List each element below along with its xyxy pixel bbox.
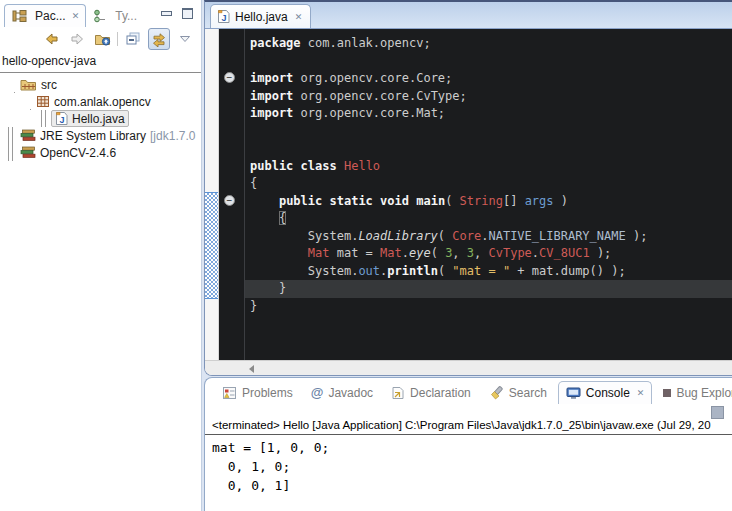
editor-horizontal-scrollbar[interactable] bbox=[205, 360, 732, 375]
console-output-line: mat = [1, 0, 0; bbox=[212, 438, 732, 457]
svg-text:J: J bbox=[59, 115, 64, 125]
code-line[interactable]: System.out.println( "mat = " + mat.dump(… bbox=[245, 263, 732, 281]
code-line[interactable]: Mat mat = Mat.eye( 3, 3, CvType.CV_8UC1 … bbox=[245, 245, 732, 263]
source-folder-icon bbox=[20, 78, 37, 91]
tab-package-explorer[interactable]: Pac... ✕ bbox=[4, 4, 86, 27]
console-output[interactable]: mat = [1, 0, 0; 0, 1, 0; 0, 0, 1] bbox=[205, 435, 732, 495]
expanded-arrow-icon[interactable] bbox=[24, 95, 34, 109]
fold-collapse-icon[interactable]: − bbox=[224, 195, 235, 206]
go-into-button[interactable] bbox=[92, 29, 112, 49]
console-toolbar-icon[interactable] bbox=[711, 406, 724, 419]
folder-up-icon bbox=[94, 31, 111, 47]
tab-search[interactable]: Search bbox=[482, 382, 554, 404]
collapse-all-button[interactable] bbox=[123, 29, 143, 49]
tab-label: Pac... bbox=[35, 9, 66, 23]
console-process-header: <terminated> Hello [Java Application] C:… bbox=[205, 419, 732, 435]
tree-item-package[interactable]: com.anlak.opencv bbox=[0, 93, 201, 110]
view-tabbar: Pac... ✕ Ty... bbox=[0, 0, 201, 27]
project-root-label[interactable]: hello-opencv-java bbox=[0, 51, 201, 71]
tab-javadoc[interactable]: @ Javadoc bbox=[304, 381, 380, 404]
forward-arrow-icon bbox=[69, 31, 85, 47]
tree-item-label: src bbox=[41, 78, 57, 92]
code-line[interactable]: package com.anlak.opencv; bbox=[245, 35, 732, 53]
code-line[interactable]: } bbox=[245, 298, 732, 316]
package-explorer-icon bbox=[12, 9, 27, 23]
minimize-icon[interactable] bbox=[161, 11, 172, 16]
code-line[interactable]: import org.opencv.core.Mat; bbox=[245, 105, 732, 123]
tab-label: Declaration bbox=[410, 386, 471, 400]
folding-ruler[interactable]: − − bbox=[219, 29, 245, 360]
package-icon bbox=[36, 95, 50, 108]
java-file-icon: J bbox=[217, 9, 230, 24]
back-button[interactable] bbox=[42, 29, 62, 49]
code-line[interactable]: { bbox=[245, 210, 732, 228]
tab-problems[interactable]: Problems bbox=[215, 382, 300, 404]
project-tree: src com.anlak.opencv J Hello.java JRE Sy… bbox=[0, 76, 201, 161]
view-menu-icon bbox=[179, 35, 191, 43]
view-menu-button[interactable] bbox=[175, 29, 195, 49]
link-with-editor-button[interactable] bbox=[148, 28, 170, 50]
tab-type-hierarchy[interactable]: Ty... bbox=[86, 5, 143, 27]
scroll-left-arrow-icon[interactable] bbox=[249, 365, 254, 373]
svg-text:J: J bbox=[221, 13, 226, 23]
view-window-buttons bbox=[161, 4, 201, 27]
tree-item-decoration: [jdk1.7.0 bbox=[146, 129, 195, 143]
collapsed-arrow-icon[interactable] bbox=[8, 129, 18, 143]
editor-body: − − package com.anlak.opencv; import org… bbox=[205, 29, 732, 360]
tree-item-hello-java[interactable]: J Hello.java bbox=[0, 110, 201, 127]
maximize-icon[interactable] bbox=[182, 8, 193, 19]
tab-label: Search bbox=[509, 386, 547, 400]
search-icon bbox=[489, 386, 504, 400]
library-icon bbox=[20, 129, 36, 142]
code-line[interactable]: import org.opencv.core.CvType; bbox=[245, 88, 732, 106]
tab-label: Ty... bbox=[115, 9, 137, 23]
editor-tab-hello-java[interactable]: J Hello.java ✕ bbox=[210, 4, 311, 28]
fold-collapse-icon[interactable]: − bbox=[224, 72, 235, 83]
code-line[interactable] bbox=[245, 53, 732, 71]
collapsed-arrow-icon[interactable] bbox=[8, 146, 18, 160]
close-icon[interactable]: ✕ bbox=[293, 12, 303, 22]
divider bbox=[0, 72, 201, 73]
code-line[interactable]: { bbox=[245, 175, 732, 193]
tab-bug-explorer[interactable]: Bug Explorer bbox=[656, 382, 732, 404]
collapsed-arrow-icon[interactable] bbox=[41, 112, 51, 126]
type-hierarchy-icon bbox=[93, 9, 107, 23]
tree-item-jre-library[interactable]: JRE System Library [jdk1.7.0 bbox=[0, 127, 201, 144]
tab-declaration[interactable]: Declaration bbox=[384, 382, 478, 404]
editor-area: J Hello.java ✕ − − package com.anlak.ope… bbox=[204, 0, 732, 376]
expanded-arrow-icon[interactable] bbox=[8, 78, 18, 92]
code-line[interactable] bbox=[245, 140, 732, 158]
tree-item-src[interactable]: src bbox=[0, 76, 201, 93]
tab-label: Problems bbox=[242, 386, 293, 400]
editor-tabbar: J Hello.java ✕ bbox=[205, 2, 732, 29]
tab-label: Console bbox=[586, 386, 630, 400]
code-lines[interactable]: package com.anlak.opencv; import org.ope… bbox=[245, 29, 732, 360]
code-line[interactable]: import org.opencv.core.Core; bbox=[245, 70, 732, 88]
package-explorer-view: Pac... ✕ Ty... bbox=[0, 0, 202, 511]
tree-item-label: com.anlak.opencv bbox=[54, 95, 151, 109]
console-toolbar-row bbox=[205, 404, 732, 419]
collapse-all-icon bbox=[125, 31, 141, 47]
library-icon bbox=[20, 146, 36, 159]
code-line[interactable]: System.LoadLibrary( Core.NATIVE_LIBRARY_… bbox=[245, 228, 732, 246]
tree-item-label: JRE System Library bbox=[40, 129, 146, 143]
console-icon bbox=[566, 387, 581, 400]
problems-icon bbox=[222, 386, 237, 400]
close-icon[interactable]: ✕ bbox=[635, 388, 645, 398]
back-arrow-icon bbox=[44, 31, 60, 47]
code-line[interactable]: } bbox=[245, 280, 732, 298]
code-line[interactable] bbox=[245, 123, 732, 141]
close-icon[interactable]: ✕ bbox=[70, 11, 80, 21]
console-output-line: 0, 1, 0; bbox=[212, 457, 732, 476]
code-line[interactable]: public class Hello bbox=[245, 158, 732, 176]
tree-item-opencv-library[interactable]: OpenCV-2.4.6 bbox=[0, 144, 201, 161]
tab-console[interactable]: Console ✕ bbox=[558, 381, 653, 404]
annotation-ruler[interactable] bbox=[205, 29, 219, 360]
view-toolbar bbox=[0, 27, 201, 51]
selected-item-box: J Hello.java bbox=[51, 110, 129, 127]
editor-tab-label: Hello.java bbox=[235, 10, 288, 24]
forward-button[interactable] bbox=[67, 29, 87, 49]
code-line[interactable]: public static void main( String[] args ) bbox=[245, 193, 732, 211]
declaration-icon bbox=[391, 386, 405, 400]
tab-label: Javadoc bbox=[328, 386, 373, 400]
